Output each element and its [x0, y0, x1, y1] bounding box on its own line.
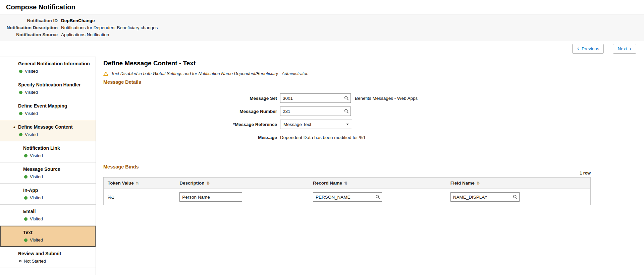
visited-dot-icon [24, 196, 28, 200]
info-row-notification-description: Notification Description Notifications f… [0, 24, 644, 31]
page-title: Compose Notification [6, 3, 637, 11]
sidebar-item-review-and-submit[interactable]: Review and Submit Not Started [0, 247, 96, 268]
message-number-input[interactable] [283, 107, 344, 116]
status-label: Visited [30, 153, 43, 158]
status-label: Visited [30, 174, 43, 179]
visited-dot-icon [24, 175, 28, 179]
visited-dot-icon [19, 70, 22, 73]
notification-description-label: Notification Description [0, 24, 58, 31]
message-row: Message Dependent Data has been modified… [103, 133, 636, 142]
message-number-field [280, 107, 351, 116]
table-row: %1 [104, 189, 591, 205]
description-input[interactable] [179, 192, 242, 202]
previous-button[interactable]: ‹ Previous [572, 44, 604, 54]
warning-text: Text Disabled in both Global Settings an… [111, 71, 309, 76]
message-set-label: Message Set [103, 96, 277, 101]
record-name-input[interactable] [316, 193, 375, 201]
notification-source-value: Applications Notification [61, 31, 109, 38]
visited-dot-icon [24, 238, 28, 242]
sort-icon[interactable]: ⇅ [344, 181, 347, 186]
row-count: 1 row [103, 171, 591, 176]
next-button[interactable]: Next › [613, 44, 636, 54]
column-header-record-name[interactable]: Record Name⇅ [309, 178, 446, 189]
sidebar-item-define-event-mapping[interactable]: Define Event Mapping Visited [0, 99, 96, 120]
message-set-input[interactable] [283, 94, 344, 102]
info-row-notification-source: Notification Source Applications Notific… [0, 31, 644, 38]
notification-id-value: DepBenChange [61, 17, 95, 24]
message-set-row: Message Set Benefits Messages - Web Apps [103, 93, 636, 103]
warning-message: Text Disabled in both Global Settings an… [103, 71, 636, 76]
sidebar-item-specify-notification-handler[interactable]: Specify Notification Handler Visited [0, 78, 96, 99]
status-label: Visited [30, 216, 43, 221]
notification-description-value: Notifications for Dependent Beneficiary … [61, 24, 158, 31]
select-caret-icon [346, 124, 349, 125]
sort-icon[interactable]: ⇅ [477, 181, 480, 186]
column-header-token-value[interactable]: Token Value⇅ [104, 178, 176, 189]
field-name-input[interactable] [453, 193, 513, 201]
column-header-description[interactable]: Description⇅ [175, 178, 309, 189]
notification-info-band: Notification ID DepBenChange Notificatio… [0, 14, 644, 41]
message-reference-row: *Message Reference Message Text [103, 120, 636, 129]
message-number-lookup-icon[interactable] [344, 109, 349, 114]
sidebar-item-email[interactable]: Email Visited [0, 205, 96, 226]
message-number-label: Message Number [103, 109, 277, 114]
sidebar-item-general-notification-information[interactable]: General Notification Information Visited [0, 57, 96, 78]
message-set-description: Benefits Messages - Web Apps [355, 96, 418, 101]
previous-button-label: Previous [582, 46, 599, 51]
message-label: Message [103, 135, 277, 140]
sidebar-item-message-source[interactable]: Message Source Visited [0, 162, 96, 184]
info-row-notification-id: Notification ID DepBenChange [0, 17, 644, 24]
token-value-cell: %1 [104, 189, 176, 205]
chevron-left-icon: ‹ [577, 46, 579, 52]
visited-dot-icon [24, 154, 28, 157]
message-details-heading: Message Details [103, 79, 636, 85]
notification-id-label: Notification ID [0, 17, 58, 24]
message-number-row: Message Number [103, 107, 636, 116]
status-label: Visited [30, 237, 43, 243]
message-value: Dependent Data has been modified for %1 [280, 135, 366, 140]
visited-dot-icon [19, 133, 22, 136]
status-label: Visited [25, 69, 38, 74]
expanded-triangle-icon[interactable]: ◢ [13, 125, 15, 129]
not-started-dot-icon [19, 260, 21, 262]
main-panel: Define Message Content - Text Text Disab… [96, 57, 644, 275]
record-name-cell [309, 189, 446, 205]
column-header-field-name[interactable]: Field Name⇅ [446, 178, 591, 189]
status-label: Visited [25, 111, 38, 116]
message-reference-select[interactable]: Message Text [280, 120, 352, 129]
message-binds-heading: Message Binds [103, 164, 591, 169]
field-name-cell [446, 189, 591, 205]
visited-dot-icon [19, 112, 22, 115]
sidebar-item-in-app[interactable]: In-App Visited [0, 184, 96, 205]
message-binds-section: Message Binds 1 row Token Value⇅ Descrip… [103, 164, 591, 205]
status-label: Visited [30, 195, 43, 200]
sidebar-item-define-message-content[interactable]: ◢ Define Message Content Visited [0, 120, 96, 141]
table-header-row: Token Value⇅ Description⇅ Record Name⇅ F… [104, 178, 591, 189]
message-reference-label: *Message Reference [103, 122, 277, 127]
content-area: General Notification Information Visited… [0, 57, 644, 275]
field-name-lookup-icon[interactable] [513, 195, 518, 199]
page-header: Compose Notification [0, 0, 644, 14]
message-reference-selected-value: Message Text [283, 122, 311, 127]
chevron-right-icon: › [629, 46, 632, 52]
status-label: Not Started [24, 259, 46, 264]
message-details-form: Message Set Benefits Messages - Web Apps… [103, 93, 636, 142]
sidebar-item-text[interactable]: Text Visited [0, 226, 96, 247]
sort-icon[interactable]: ⇅ [207, 181, 210, 186]
message-set-lookup-icon[interactable] [344, 96, 349, 100]
notification-source-label: Notification Source [0, 31, 58, 38]
warning-icon [103, 71, 108, 76]
sidebar-item-notification-link[interactable]: Notification Link Visited [0, 141, 96, 162]
status-label: Visited [25, 132, 38, 137]
message-set-field [280, 93, 351, 103]
next-button-label: Next [618, 46, 627, 51]
main-title: Define Message Content - Text [103, 60, 636, 67]
status-label: Visited [25, 90, 38, 95]
record-name-lookup-icon[interactable] [375, 195, 380, 199]
message-binds-table: Token Value⇅ Description⇅ Record Name⇅ F… [103, 177, 591, 205]
visited-dot-icon [24, 217, 28, 221]
sort-icon[interactable]: ⇅ [136, 181, 139, 186]
description-cell [175, 189, 309, 205]
wizard-nav-row: ‹ Previous Next › [0, 41, 644, 57]
visited-dot-icon [19, 91, 22, 94]
